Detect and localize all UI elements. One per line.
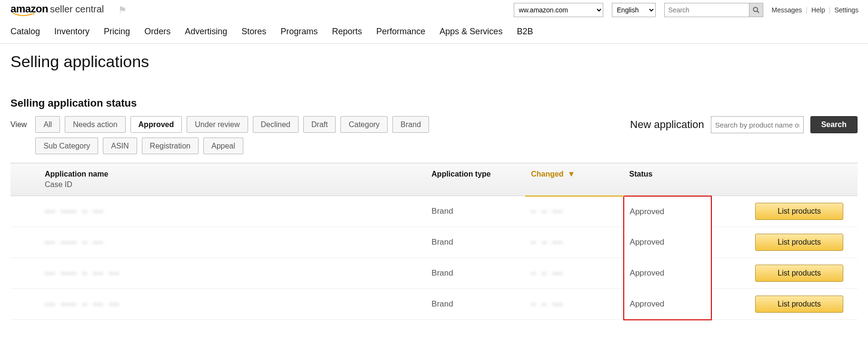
filter-approved[interactable]: Approved (130, 116, 182, 133)
filter-asin[interactable]: ASIN (103, 138, 137, 154)
logo[interactable]: amazon seller central (10, 3, 104, 17)
nav-reports[interactable]: Reports (332, 27, 362, 37)
settings-link[interactable]: Settings (834, 6, 858, 14)
svg-point-0 (753, 7, 758, 11)
cell-status: Approved (624, 258, 711, 289)
messages-link[interactable]: Messages (772, 6, 802, 14)
application-name-redacted: —— ——— — —— —— (45, 299, 120, 309)
language-select[interactable]: English (612, 3, 656, 17)
application-name-redacted: —— ——— — —— (45, 207, 104, 216)
filter-registration[interactable]: Registration (142, 138, 199, 154)
filter-declined[interactable]: Declined (253, 116, 299, 133)
main-nav: Catalog Inventory Pricing Orders Adverti… (0, 20, 868, 44)
cell-type: Brand (426, 227, 525, 258)
col-header-type[interactable]: Application type (426, 163, 525, 196)
cell-status: Approved (624, 227, 711, 258)
flag-icon[interactable]: ⚑ (118, 4, 127, 16)
changed-date-redacted: — — —— (531, 207, 563, 216)
changed-date-redacted: — — —— (531, 268, 563, 278)
col-header-action (711, 163, 858, 196)
cell-type: Brand (426, 196, 525, 227)
nav-orders[interactable]: Orders (144, 27, 170, 37)
new-application-label: New application (630, 119, 704, 131)
col-header-changed[interactable]: Changed ▼ (525, 163, 623, 196)
cell-status: Approved (624, 196, 711, 227)
filter-under-review[interactable]: Under review (187, 116, 248, 133)
top-header: amazon seller central ⚑ ww.amazon.com En… (0, 0, 868, 20)
filter-draft[interactable]: Draft (303, 116, 336, 133)
cell-type: Brand (426, 258, 525, 289)
global-search-button[interactable] (749, 3, 763, 17)
filter-appeal[interactable]: Appeal (203, 138, 243, 154)
nav-inventory[interactable]: Inventory (54, 27, 90, 37)
col-header-status[interactable]: Status (624, 163, 711, 196)
view-label: View (10, 116, 27, 133)
application-name-redacted: —— ——— — —— (45, 237, 104, 247)
nav-stores[interactable]: Stores (241, 27, 266, 37)
applications-table: Application name Case ID Application typ… (10, 163, 858, 320)
section-title: Selling application status (10, 97, 858, 109)
application-name-redacted: —— ——— — —— —— (45, 268, 120, 278)
product-search-button[interactable]: Search (810, 116, 858, 133)
nav-b2b[interactable]: B2B (517, 27, 533, 37)
table-row: —— ——— — —— Brand — — —— Approved List p… (10, 227, 858, 258)
nav-pricing[interactable]: Pricing (104, 27, 130, 37)
changed-date-redacted: — — —— (531, 299, 563, 309)
help-link[interactable]: Help (811, 6, 825, 14)
filter-category[interactable]: Category (340, 116, 388, 133)
nav-advertising[interactable]: Advertising (185, 27, 227, 37)
svg-line-1 (757, 11, 759, 13)
nav-catalog[interactable]: Catalog (10, 27, 40, 37)
nav-programs[interactable]: Programs (280, 27, 318, 37)
filter-all[interactable]: All (35, 116, 60, 133)
page-title: Selling applications (10, 52, 858, 71)
list-products-button[interactable]: List products (755, 203, 843, 220)
table-row: —— ——— — —— Brand — — —— Approved List p… (10, 196, 858, 227)
global-search-input[interactable] (664, 3, 749, 17)
changed-date-redacted: — — —— (531, 237, 563, 247)
search-icon (753, 7, 759, 13)
cell-type: Brand (426, 289, 525, 320)
nav-performance[interactable]: Performance (376, 27, 425, 37)
filter-sub-category[interactable]: Sub Category (35, 138, 98, 154)
filter-buttons: All Needs action Approved Under review D… (35, 116, 449, 154)
cell-status: Approved (624, 289, 711, 320)
logo-wordmark: amazon (10, 3, 48, 15)
list-products-button[interactable]: List products (755, 234, 843, 251)
table-row: —— ——— — —— —— Brand — — —— Approved Lis… (10, 289, 858, 320)
filter-brand[interactable]: Brand (392, 116, 429, 133)
logo-subtitle: seller central (50, 4, 104, 15)
table-row: —— ——— — —— —— Brand — — —— Approved Lis… (10, 258, 858, 289)
filter-needs-action[interactable]: Needs action (65, 116, 125, 133)
list-products-button[interactable]: List products (755, 265, 843, 282)
product-search-input[interactable] (711, 116, 804, 133)
list-products-button[interactable]: List products (755, 296, 843, 313)
col-header-name[interactable]: Application name Case ID (10, 163, 426, 196)
nav-apps-services[interactable]: Apps & Services (439, 27, 502, 37)
sort-desc-icon: ▼ (568, 170, 575, 178)
marketplace-select[interactable]: ww.amazon.com (514, 3, 603, 17)
